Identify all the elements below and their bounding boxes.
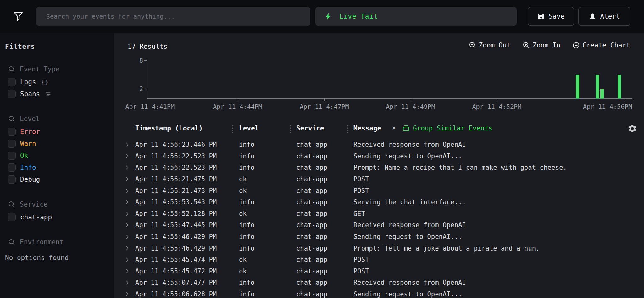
column-header-message[interactable]: Message (353, 124, 381, 132)
filter-option-spans[interactable]: Spans (0, 88, 114, 100)
cell-service: chat-app (296, 279, 327, 286)
table-row[interactable]: Apr 11 4:55:06.628 PMinfochat-appSending… (114, 289, 644, 298)
group-similar-events-button[interactable]: Group Similar Events (402, 124, 492, 132)
table-row[interactable]: Apr 11 4:55:45.472 PMokchat-appPOST (114, 266, 644, 277)
checkbox[interactable] (8, 213, 16, 221)
table-settings-gear-icon[interactable] (628, 124, 637, 133)
save-icon (537, 13, 545, 20)
filter-search-level[interactable]: Level (0, 114, 114, 124)
filter-search-environment[interactable]: Environment (0, 237, 114, 247)
cell-timestamp: Apr 11 4:55:45.474 PM (135, 256, 217, 263)
filter-option-ok[interactable]: Ok (0, 150, 114, 162)
filter-option-logs[interactable]: Logs{} (0, 76, 114, 88)
event-search-box[interactable] (36, 7, 310, 26)
row-expand-chevron[interactable] (124, 199, 130, 205)
row-expand-chevron[interactable] (124, 234, 130, 240)
cell-service: chat-app (296, 187, 327, 195)
expand-chevron-icon (124, 268, 130, 274)
table-row[interactable]: Apr 11 4:55:07.477 PMinfochat-appReceive… (114, 277, 644, 289)
table-row[interactable]: Apr 11 4:55:47.445 PMinfochat-appReceive… (114, 219, 644, 231)
app-window: Live Tail Save Alert Filters Event TypeL… (0, 0, 644, 298)
filter-option-chat-app[interactable]: chat-app (0, 211, 114, 223)
filter-option-warn[interactable]: Warn (0, 138, 114, 150)
cell-timestamp: Apr 11 4:55:46.429 PM (135, 233, 217, 240)
live-tail-button[interactable]: Live Tail (315, 7, 517, 26)
x-tick-mark (625, 98, 625, 101)
alert-button[interactable]: Alert (578, 7, 630, 26)
table-row[interactable]: Apr 11 4:56:21.473 PMokchat-appPOST (114, 185, 644, 196)
alert-label: Alert (600, 13, 620, 20)
table-row[interactable]: Apr 11 4:56:22.523 PMinfochat-appSending… (114, 151, 644, 162)
cell-message: POST (353, 175, 369, 183)
column-separator[interactable] (232, 125, 233, 133)
column-header-timestamp[interactable]: Timestamp (Local) (135, 124, 203, 132)
histogram-bar[interactable] (618, 75, 621, 98)
cell-timestamp: Apr 11 4:55:06.628 PM (135, 290, 217, 298)
row-expand-chevron[interactable] (124, 141, 130, 148)
row-expand-chevron[interactable] (124, 291, 130, 297)
cell-timestamp: Apr 11 4:55:53.543 PM (135, 198, 217, 206)
events-histogram[interactable]: 82Apr 11 4:41PMApr 11 4:44PMApr 11 4:47P… (114, 33, 644, 115)
table-row[interactable]: Apr 11 4:55:46.429 PMinfochat-appSending… (114, 231, 644, 243)
no-options-text: No options found (5, 254, 114, 262)
table-row[interactable]: Apr 11 4:56:22.523 PMinfochat-appPrompt:… (114, 162, 644, 174)
cell-service: chat-app (296, 164, 327, 171)
column-header-level[interactable]: Level (239, 124, 259, 132)
filter-option-error[interactable]: Error (0, 126, 114, 138)
checkbox[interactable] (8, 140, 16, 148)
column-separator[interactable] (347, 125, 348, 133)
cell-timestamp: Apr 11 4:56:21.473 PM (135, 187, 217, 195)
row-expand-chevron[interactable] (124, 211, 130, 217)
histogram-bar[interactable] (596, 75, 599, 98)
x-tick-label: Apr 11 4:56PM (583, 103, 632, 110)
row-expand-chevron[interactable] (124, 176, 130, 182)
column-header-service[interactable]: Service (296, 124, 324, 132)
checkbox[interactable] (8, 163, 16, 172)
row-expand-chevron[interactable] (124, 153, 130, 159)
row-expand-chevron[interactable] (124, 257, 130, 263)
cell-level: info (239, 198, 254, 206)
save-button[interactable]: Save (528, 7, 574, 26)
filter-search-event-type[interactable]: Event Type (0, 64, 114, 74)
histogram-bar[interactable] (576, 75, 579, 98)
cell-service: chat-app (296, 152, 327, 160)
filter-group-environment: EnvironmentNo options found (0, 237, 114, 262)
filter-option-debug[interactable]: Debug (0, 174, 114, 185)
column-separator[interactable] (290, 125, 291, 133)
x-tick-mark (238, 98, 238, 101)
y-tick-mark (144, 89, 147, 89)
cell-service: chat-app (296, 245, 327, 252)
filter-placeholder-service: Service (20, 201, 48, 208)
row-expand-chevron[interactable] (124, 164, 130, 171)
table-row[interactable]: Apr 11 4:55:45.474 PMokchat-appPOST (114, 254, 644, 266)
x-tick-label: Apr 11 4:52PM (472, 103, 521, 110)
search-input[interactable] (46, 12, 301, 20)
cell-message: Sending request to OpenAI... (353, 290, 462, 298)
filter-option-info[interactable]: Info (0, 162, 114, 174)
row-expand-chevron[interactable] (124, 222, 130, 228)
checkbox[interactable] (8, 175, 16, 184)
y-tick-label: 8 (130, 57, 143, 64)
row-expand-chevron[interactable] (124, 279, 130, 286)
checkbox[interactable] (8, 128, 16, 136)
histogram-bar[interactable] (600, 89, 604, 98)
filter-option-label: Info (20, 164, 36, 171)
filter-option-label: Warn (20, 140, 36, 147)
table-row[interactable]: Apr 11 4:55:52.128 PMokchat-appGET (114, 208, 644, 220)
checkbox[interactable] (8, 78, 16, 86)
filter-search-service[interactable]: Service (0, 199, 114, 209)
row-expand-chevron[interactable] (124, 188, 130, 194)
table-row[interactable]: Apr 11 4:56:23.446 PMinfochat-appReceive… (114, 139, 644, 151)
checkbox[interactable] (8, 152, 16, 160)
cell-message: Sending request to OpenAI... (353, 152, 462, 160)
row-expand-chevron[interactable] (124, 245, 130, 251)
checkbox[interactable] (8, 90, 16, 98)
cell-message: Prompt: Name a recipe that I can make wi… (353, 164, 567, 171)
table-row[interactable]: Apr 11 4:56:21.475 PMokchat-appPOST (114, 174, 644, 185)
filter-funnel-icon[interactable] (12, 9, 25, 24)
table-row[interactable]: Apr 11 4:55:46.429 PMinfochat-appPrompt:… (114, 242, 644, 254)
filter-option-label: Logs (20, 78, 36, 86)
row-expand-chevron[interactable] (124, 268, 130, 274)
header-bullet: • (392, 124, 396, 132)
table-row[interactable]: Apr 11 4:55:53.543 PMinfochat-appServing… (114, 196, 644, 208)
